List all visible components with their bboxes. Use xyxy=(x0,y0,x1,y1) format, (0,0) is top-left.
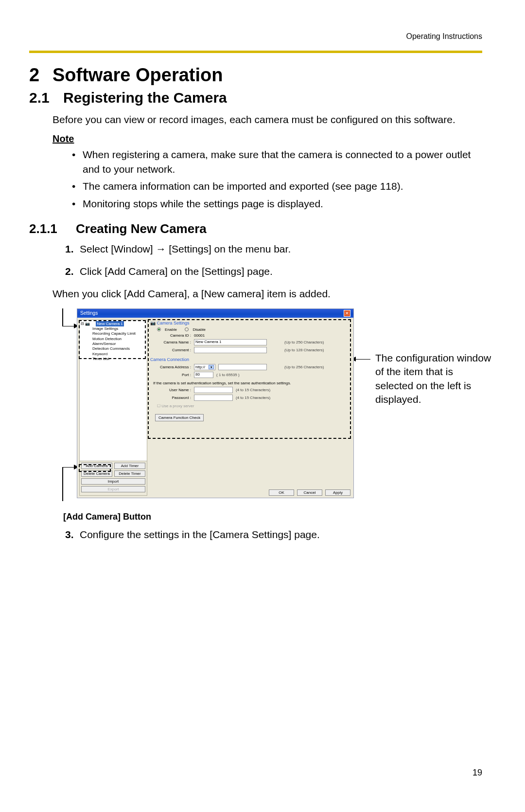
camera-id-label: Camera ID : xyxy=(157,333,191,338)
note-list: When registering a camera, make sure tha… xyxy=(83,147,482,211)
add-camera-note: When you click [Add Camera], a [New came… xyxy=(52,288,482,300)
username-input[interactable] xyxy=(194,387,233,393)
add-camera-caption: [Add Camera] Button xyxy=(63,512,482,522)
port-input[interactable]: 80 xyxy=(194,372,213,378)
tree-item[interactable]: Keyword xyxy=(81,352,146,357)
camera-tree[interactable]: ⊟ 📷 New Camera 1 Image Settings Recordin… xyxy=(80,320,147,461)
tree-root[interactable]: New Camera 1 xyxy=(96,321,123,326)
note-item: Monitoring stops while the settings page… xyxy=(83,197,482,211)
page-header: Operating Instructions xyxy=(29,32,482,41)
step-item: Configure the settings in the [Camera Se… xyxy=(65,529,482,541)
camera-name-input[interactable]: New Camera 1 xyxy=(194,339,267,345)
callout-text: The configuration window of the item tha… xyxy=(375,351,492,406)
ok-button[interactable]: OK xyxy=(269,489,294,496)
disable-radio[interactable] xyxy=(185,327,189,331)
address-hint: (Up to 256 Characters) xyxy=(284,365,324,369)
address-input[interactable] xyxy=(218,364,267,370)
section-heading: 2.1Registering the Camera xyxy=(29,90,482,106)
import-button[interactable]: Import xyxy=(81,478,145,485)
settings-figure: The configuration window of the item tha… xyxy=(62,308,482,503)
form-section-title: Camera Connection xyxy=(150,357,350,362)
callout-line xyxy=(62,308,63,326)
steps-list-continued: Configure the settings in the [Camera Se… xyxy=(65,529,482,541)
camera-name-hint: (Up to 250 Characters) xyxy=(284,340,324,344)
chapter-number: 2 xyxy=(29,65,52,86)
form-section-title: 📷 Camera Settings xyxy=(150,321,350,325)
settings-window: Settings ✕ ⊟ 📷 New Camera 1 Image Settin… xyxy=(77,308,354,498)
delete-camera-button[interactable]: Delete Camera xyxy=(81,470,112,477)
password-label: Password : xyxy=(157,396,191,400)
camera-id-value: 00001 xyxy=(194,333,205,338)
dialog-button-bar: OK Cancel Apply xyxy=(269,489,350,496)
tree-item[interactable]: Timer List xyxy=(81,357,146,361)
tree-item[interactable]: Motion Detection xyxy=(81,337,146,342)
subsection-title: Creating New Camera xyxy=(76,221,207,236)
section-intro: Before you can view or record images, ea… xyxy=(52,113,482,126)
window-title: Settings xyxy=(80,310,98,316)
section-title: Registering the Camera xyxy=(63,90,227,106)
add-camera-button[interactable]: Add Camera xyxy=(81,463,112,469)
auth-note: If the camera is set authentication sett… xyxy=(153,381,350,385)
callout-line xyxy=(62,467,63,501)
comment-input[interactable] xyxy=(194,347,267,353)
subsection-heading: 2.1.1Creating New Camera xyxy=(29,221,482,236)
subsection-number: 2.1.1 xyxy=(29,221,76,236)
form-pane: 📷 Camera Settings Enable Disable Camera … xyxy=(147,318,353,498)
page-number: 19 xyxy=(472,768,482,778)
tree-button-panel: Add Camera Add Timer Delete Camera Delet… xyxy=(80,461,147,495)
camera-function-check-button[interactable]: Camera Function Check xyxy=(155,414,204,421)
note-item: The camera information can be imported a… xyxy=(83,179,482,193)
comment-label: Comment : xyxy=(157,348,191,352)
enable-label: Enable xyxy=(165,327,177,332)
tree-item[interactable]: Recording Capacity Limit xyxy=(81,331,146,336)
disable-label: Disable xyxy=(192,327,206,332)
step-item: Click [Add Camera] on the [Settings] pag… xyxy=(65,266,482,277)
tree-item[interactable]: Detection Commands xyxy=(81,346,146,351)
protocol-select[interactable]: http://▾ xyxy=(194,364,215,370)
step-item: Select [Window] → [Settings] on the menu… xyxy=(65,243,482,255)
header-rule xyxy=(29,51,482,53)
tree-pane: ⊟ 📷 New Camera 1 Image Settings Recordin… xyxy=(79,320,147,496)
username-label: User Name : xyxy=(157,388,191,392)
window-titlebar[interactable]: Settings ✕ xyxy=(77,309,353,318)
port-label: Port : xyxy=(157,373,191,377)
add-timer-button[interactable]: Add Timer xyxy=(114,463,145,469)
enable-radio[interactable] xyxy=(157,327,161,331)
close-icon[interactable]: ✕ xyxy=(344,310,350,317)
chapter-heading: 2Software Operation xyxy=(29,65,482,86)
chevron-down-icon[interactable]: ▾ xyxy=(209,365,214,369)
camera-name-label: Camera Name : xyxy=(157,340,191,344)
tree-item[interactable]: Alarm/Sensor xyxy=(81,342,146,346)
proxy-checkbox[interactable]: ☐ Use a proxy server xyxy=(157,404,350,408)
comment-hint: (Up to 128 Characters) xyxy=(284,348,324,352)
chapter-title: Software Operation xyxy=(52,65,223,85)
section-number: 2.1 xyxy=(29,90,63,106)
address-label: Camera Address : xyxy=(157,365,191,369)
steps-list: Select [Window] → [Settings] on the menu… xyxy=(65,243,482,277)
delete-timer-button[interactable]: Delete Timer xyxy=(114,470,145,477)
note-item: When registering a camera, make sure tha… xyxy=(83,147,482,176)
port-hint: ( 1 to 65535 ) xyxy=(216,373,240,377)
export-button[interactable]: Export xyxy=(81,486,145,492)
password-input[interactable] xyxy=(194,395,233,401)
password-hint: (4 to 15 Characters) xyxy=(236,396,270,400)
tree-item[interactable]: Image Settings xyxy=(81,326,146,331)
note-heading: Note xyxy=(52,133,482,144)
apply-button[interactable]: Apply xyxy=(325,489,350,496)
username-hint: (4 to 15 Characters) xyxy=(236,388,270,392)
cancel-button[interactable]: Cancel xyxy=(297,489,322,496)
